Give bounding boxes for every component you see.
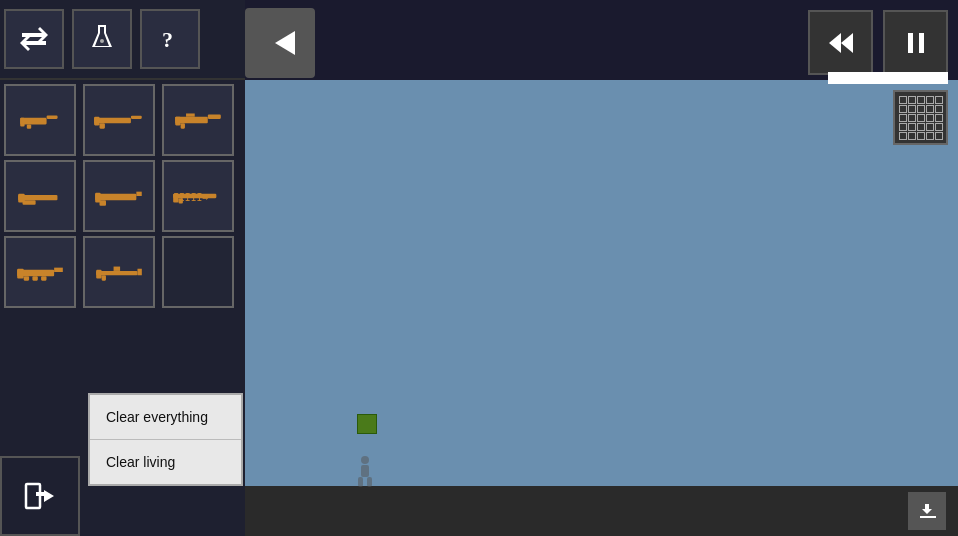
grid-item-4[interactable] xyxy=(4,160,76,232)
back-button[interactable] xyxy=(245,8,315,78)
grid-toggle-button[interactable] xyxy=(893,90,948,145)
svg-rect-39 xyxy=(361,465,369,477)
svg-rect-40 xyxy=(358,477,363,487)
potion-button[interactable] xyxy=(72,9,132,69)
toolbar: ? xyxy=(0,0,245,80)
svg-rect-32 xyxy=(96,271,137,275)
pause-button[interactable] xyxy=(883,10,948,75)
grid-item-7[interactable] xyxy=(4,236,76,308)
svg-rect-29 xyxy=(24,276,29,280)
svg-rect-7 xyxy=(131,116,142,119)
exit-button[interactable] xyxy=(0,456,80,536)
svg-point-0 xyxy=(100,39,104,43)
ground xyxy=(245,486,958,536)
grid-item-9[interactable] xyxy=(162,236,234,308)
swap-button[interactable] xyxy=(4,9,64,69)
speed-bar xyxy=(828,72,948,84)
svg-rect-34 xyxy=(137,269,141,276)
svg-rect-33 xyxy=(96,270,101,279)
svg-rect-21 xyxy=(95,193,100,203)
svg-marker-42 xyxy=(841,33,853,53)
green-square xyxy=(357,414,377,434)
help-button[interactable]: ? xyxy=(140,9,200,69)
svg-rect-9 xyxy=(94,117,99,126)
svg-rect-36 xyxy=(114,267,121,271)
svg-rect-14 xyxy=(186,113,195,116)
svg-rect-28 xyxy=(54,268,63,272)
grid-item-8[interactable] xyxy=(83,236,155,308)
rewind-button[interactable] xyxy=(808,10,873,75)
svg-rect-30 xyxy=(32,276,37,280)
top-right-controls xyxy=(808,10,948,75)
svg-rect-12 xyxy=(181,123,185,128)
svg-rect-4 xyxy=(27,124,31,128)
svg-text:?: ? xyxy=(162,27,173,52)
download-button[interactable] xyxy=(908,492,946,530)
svg-rect-45 xyxy=(919,33,924,53)
svg-rect-25 xyxy=(179,198,183,203)
svg-rect-44 xyxy=(908,33,913,53)
game-area xyxy=(245,80,958,486)
figure-silhouette xyxy=(350,455,380,490)
svg-rect-27 xyxy=(17,269,24,279)
svg-rect-8 xyxy=(100,123,105,128)
svg-rect-31 xyxy=(41,276,46,280)
svg-rect-41 xyxy=(367,477,372,487)
clear-living-button[interactable]: Clear living xyxy=(90,440,241,484)
svg-rect-3 xyxy=(47,116,58,119)
grid-item-3[interactable] xyxy=(162,84,234,156)
item-grid: IIIII→ xyxy=(0,80,245,312)
grid-item-5[interactable] xyxy=(83,160,155,232)
svg-rect-23 xyxy=(173,194,216,198)
svg-rect-18 xyxy=(95,194,136,201)
svg-marker-43 xyxy=(829,33,841,53)
grid-item-2[interactable] xyxy=(83,84,155,156)
svg-point-38 xyxy=(361,456,369,464)
svg-rect-17 xyxy=(23,200,36,204)
svg-rect-19 xyxy=(136,192,141,196)
svg-rect-35 xyxy=(102,275,106,280)
svg-marker-37 xyxy=(275,31,295,55)
grid-item-1[interactable] xyxy=(4,84,76,156)
context-menu: Clear everything Clear living xyxy=(88,393,243,486)
grid-item-6[interactable]: IIIII→ xyxy=(162,160,234,232)
svg-rect-11 xyxy=(208,115,221,119)
svg-rect-13 xyxy=(175,117,180,126)
svg-rect-6 xyxy=(94,118,131,123)
clear-everything-button[interactable]: Clear everything xyxy=(90,395,241,440)
svg-rect-24 xyxy=(173,194,178,203)
grid-icon xyxy=(899,96,943,140)
svg-rect-5 xyxy=(20,118,24,127)
